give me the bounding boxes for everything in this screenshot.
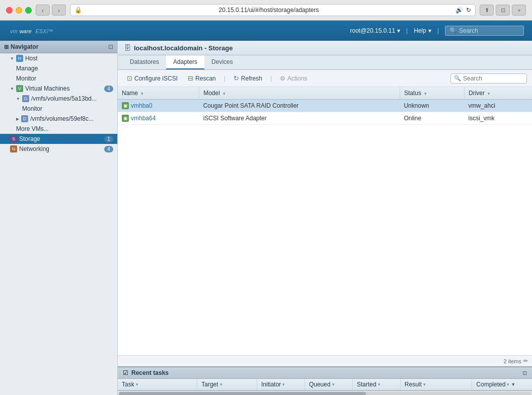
- scrollbar-thumb[interactable]: [119, 392, 366, 396]
- target-col-arrow: ▾: [220, 382, 222, 387]
- completed-sort-indicator: ▼: [511, 382, 515, 387]
- back-button[interactable]: ‹: [36, 5, 50, 16]
- add-tab-button[interactable]: ＋: [512, 5, 526, 16]
- adapters-search-input[interactable]: [463, 75, 523, 82]
- address-bar[interactable]: 🔒 20.15.0.11/ui/#/host/storage/adapters …: [70, 4, 476, 16]
- sidebar-item-manage[interactable]: Manage: [0, 63, 117, 73]
- minimize-button[interactable]: [16, 7, 22, 14]
- sidebar-item-volume1[interactable]: ▼ D /vmfs/volumes/5a13bd...: [0, 94, 117, 104]
- name-sort-arrow: ▾: [141, 91, 143, 96]
- storage-badge: 1: [104, 136, 113, 142]
- browser-action-buttons: ⬆ ⊡ ＋: [480, 5, 526, 16]
- browser-chrome: ‹ › 🔒 20.15.0.11/ui/#/host/storage/adapt…: [0, 0, 532, 21]
- recent-tasks-check-icon: ☑: [123, 369, 128, 376]
- vmware-logo: vmware ESXi™: [8, 27, 53, 35]
- sidebar-item-vms[interactable]: ▼ V Virtual Machines 4: [0, 84, 117, 94]
- table-row[interactable]: ▣ vmhba0 Cougar Point SATA RAID Controll…: [118, 100, 532, 112]
- vm-expand-arrow: ▼: [10, 87, 14, 91]
- sidebar-item-label-volume2: /vmfs/volumes/59ef8c...: [30, 115, 113, 122]
- help-label: Help: [414, 27, 426, 34]
- header-divider2: |: [437, 27, 439, 34]
- adapter-status-cell: Online: [400, 112, 464, 125]
- vmhba0-icon: ▣: [122, 102, 129, 109]
- browser-navigation: ‹ ›: [36, 5, 66, 16]
- maximize-button[interactable]: [25, 7, 32, 14]
- col-header-driver[interactable]: Driver ▾: [464, 87, 532, 100]
- user-name: root@20.15.0.11: [350, 27, 395, 34]
- sidebar-item-monitor[interactable]: Monitor: [0, 73, 117, 84]
- actions-icon: ⚙: [280, 75, 285, 82]
- host-icon: H: [16, 55, 23, 62]
- tasks-col-result[interactable]: Result ▾: [401, 379, 472, 390]
- col-header-status[interactable]: Status ▾: [400, 87, 464, 100]
- share-button[interactable]: ⬆: [480, 5, 494, 16]
- recent-tasks-title: Recent tasks: [131, 369, 169, 376]
- actions-button[interactable]: ⚙ Actions: [276, 73, 311, 84]
- lock-icon: 🔒: [74, 7, 82, 14]
- col-header-model[interactable]: Model ▾: [199, 87, 400, 100]
- vmhba64-link[interactable]: ▣ vmhba64: [122, 115, 195, 122]
- vmhba0-link[interactable]: ▣ vmhba0: [122, 102, 195, 109]
- tasks-col-initiator[interactable]: Initiator ▾: [257, 379, 305, 390]
- networking-icon: N: [10, 145, 17, 152]
- reload-icon[interactable]: ↻: [466, 7, 471, 14]
- edit-columns-icon[interactable]: ✏: [523, 358, 528, 364]
- vmware-brand2: ware: [20, 28, 32, 34]
- sidebar-item-more-vms[interactable]: More VMs...: [0, 124, 117, 134]
- new-tab-button[interactable]: ⊡: [496, 5, 510, 16]
- col-header-name[interactable]: Name ▾: [118, 87, 199, 100]
- help-menu[interactable]: Help ▾: [414, 27, 431, 34]
- tasks-col-task[interactable]: Task ▾: [118, 379, 197, 390]
- queued-col-arrow: ▾: [332, 382, 335, 387]
- sidebar-item-host[interactable]: ▼ H Host: [0, 53, 117, 63]
- items-count-bar: 2 items ✏: [118, 355, 532, 366]
- close-button[interactable]: [6, 7, 13, 14]
- tasks-col-started[interactable]: Started ▾: [353, 379, 401, 390]
- recent-tasks-expand-button[interactable]: ⊡: [522, 370, 527, 376]
- help-arrow: ▾: [428, 27, 431, 34]
- configure-iscsi-button[interactable]: ⊡ Configure iSCSI: [123, 73, 182, 84]
- tasks-col-queued[interactable]: Queued ▾: [305, 379, 353, 390]
- volume2-icon: D: [21, 115, 28, 122]
- tab-adapters[interactable]: Adapters: [166, 55, 204, 69]
- items-count-text: 2 items: [504, 358, 521, 364]
- url-text[interactable]: 20.15.0.11/ui/#/host/storage/adapters: [85, 7, 452, 14]
- user-menu[interactable]: root@20.15.0.11 ▾: [350, 27, 400, 34]
- adapter-model-cell: iSCSI Software Adapter: [199, 112, 400, 125]
- sidebar-item-vm-monitor[interactable]: Monitor: [0, 104, 117, 114]
- refresh-button[interactable]: ↻ Refresh: [230, 73, 266, 84]
- sidebar-item-label-host: Host: [25, 55, 113, 62]
- adapters-search[interactable]: 🔍: [450, 73, 527, 84]
- horizontal-scrollbar[interactable]: [118, 390, 532, 395]
- forward-button[interactable]: ›: [52, 5, 66, 16]
- window-controls: [6, 7, 32, 14]
- content-header-title: localhost.localdomain - Storage: [134, 44, 233, 52]
- global-search-input[interactable]: [459, 27, 519, 34]
- scrollbar-track[interactable]: [119, 392, 531, 396]
- sidebar-item-label-manage: Manage: [16, 65, 113, 72]
- sidebar-navigator: ⊞ Navigator ⊡ ▼ H Host Manage Monitor ▼ …: [0, 41, 118, 395]
- tasks-col-completed[interactable]: Completed ▾ ▼: [472, 379, 532, 390]
- sidebar-item-label-networking: Networking: [19, 145, 102, 152]
- sidebar-item-storage[interactable]: S Storage 1: [0, 134, 117, 144]
- sidebar-item-volume2[interactable]: ▶ D /vmfs/volumes/59ef8c...: [0, 114, 117, 124]
- adapter-name-cell: ▣ vmhba64: [118, 112, 199, 125]
- networking-badge: 4: [104, 146, 113, 152]
- tab-devices[interactable]: Devices: [204, 55, 240, 69]
- rescan-icon: ⊟: [188, 74, 193, 82]
- sound-icon[interactable]: 🔊: [455, 7, 463, 14]
- task-col-arrow: ▾: [136, 382, 138, 387]
- tasks-table-header: Task ▾ Target ▾ Initiator ▾ Queued ▾ Sta…: [118, 379, 532, 390]
- rescan-button[interactable]: ⊟ Rescan: [184, 73, 220, 84]
- search-icon: 🔍: [449, 27, 457, 34]
- configure-iscsi-label: Configure iSCSI: [134, 75, 178, 82]
- tasks-col-target[interactable]: Target ▾: [197, 379, 257, 390]
- tab-datastores[interactable]: Datastores: [123, 55, 166, 69]
- sidebar-item-networking[interactable]: N Networking 4: [0, 144, 117, 154]
- table-row[interactable]: ▣ vmhba64 iSCSI Software Adapter Online …: [118, 112, 532, 125]
- navigator-grid-icon: ⊞: [4, 44, 9, 50]
- sidebar-item-label-more-vms: More VMs...: [16, 125, 113, 132]
- volume2-expand-arrow: ▶: [16, 117, 19, 121]
- sidebar-collapse-button[interactable]: ⊡: [108, 43, 113, 50]
- global-search[interactable]: 🔍: [445, 26, 524, 36]
